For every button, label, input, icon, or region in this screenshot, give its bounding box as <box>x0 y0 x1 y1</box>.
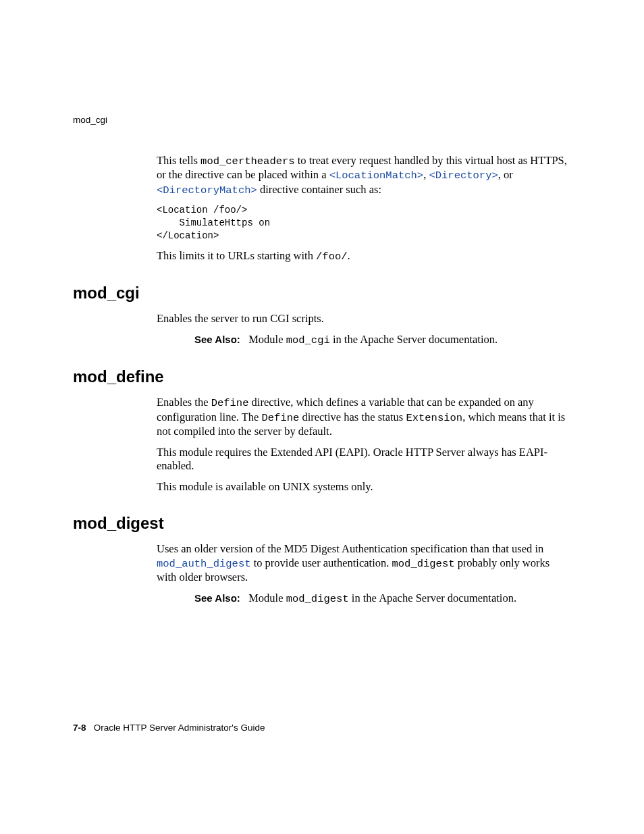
text-fragment: This limits it to URLs starting with <box>157 249 316 262</box>
page-footer: 7-8 Oracle HTTP Server Administrator's G… <box>73 723 265 733</box>
page: mod_cgi This tells mod_certheaders to tr… <box>0 0 644 834</box>
content-area: This tells mod_certheaders to treat ever… <box>73 154 570 606</box>
text-fragment: Module <box>248 333 286 346</box>
page-number: 7-8 <box>73 723 86 733</box>
code-inline: mod_cgi <box>286 334 330 346</box>
code-inline: /foo/ <box>316 251 348 263</box>
text-fragment: . <box>348 249 350 262</box>
text-fragment: in the Apache Server documentation. <box>349 592 516 604</box>
heading-mod-define: mod_define <box>73 367 570 386</box>
text-fragment: Uses an older version of the MD5 Digest … <box>157 542 543 555</box>
text-fragment: directive container such as: <box>257 183 381 196</box>
intro-paragraph-1: This tells mod_certheaders to treat ever… <box>157 154 570 197</box>
code-inline: Extension <box>406 412 462 424</box>
intro-block: This tells mod_certheaders to treat ever… <box>157 154 570 263</box>
mod-define-paragraph-3: This module is available on UNIX systems… <box>157 480 570 494</box>
code-inline: mod_digest <box>286 593 349 605</box>
text-fragment: Enables the <box>157 396 211 409</box>
link-directorymatch[interactable]: <DirectoryMatch> <box>157 184 257 197</box>
mod-cgi-block: Enables the server to run CGI scripts. S… <box>157 312 570 347</box>
heading-mod-digest: mod_digest <box>73 514 570 533</box>
see-also-label: See Also: <box>194 334 240 345</box>
mod-define-paragraph-1: Enables the Define directive, which defi… <box>157 396 570 438</box>
see-also-mod-cgi: See Also: Module mod_cgi in the Apache S… <box>194 333 570 347</box>
code-inline: Define <box>211 397 249 409</box>
see-also-mod-digest: See Also: Module mod_digest in the Apach… <box>194 592 570 606</box>
mod-digest-block: Uses an older version of the MD5 Digest … <box>157 542 570 606</box>
footer-title: Oracle HTTP Server Administrator's Guide <box>94 723 265 733</box>
intro-paragraph-2: This limits it to URLs starting with /fo… <box>157 249 570 263</box>
heading-mod-cgi: mod_cgi <box>73 284 570 303</box>
mod-cgi-paragraph: Enables the server to run CGI scripts. <box>157 312 570 326</box>
text-fragment: directive has the status <box>299 411 406 423</box>
running-header: mod_cgi <box>73 115 107 125</box>
code-inline: mod_certheaders <box>200 155 295 167</box>
link-locationmatch[interactable]: <LocationMatch> <box>329 170 424 182</box>
code-block: <Location /foo/> SimulateHttps on </Loca… <box>157 204 570 242</box>
mod-define-paragraph-2: This module requires the Extended API (E… <box>157 446 570 473</box>
text-fragment: in the Apache Server documentation. <box>330 333 498 346</box>
mod-define-block: Enables the Define directive, which defi… <box>157 396 570 494</box>
code-inline: mod_digest <box>392 558 454 570</box>
text-fragment: Module <box>248 592 286 604</box>
link-directory[interactable]: <Directory> <box>429 170 498 182</box>
code-inline: Define <box>262 412 300 424</box>
mod-digest-paragraph-1: Uses an older version of the MD5 Digest … <box>157 542 570 585</box>
text-fragment: This tells <box>157 154 200 167</box>
text-fragment: to provide user authentication. <box>251 556 392 569</box>
text-fragment: , or <box>498 168 513 181</box>
running-header-text: mod_cgi <box>73 115 107 125</box>
link-mod-auth-digest[interactable]: mod_auth_digest <box>157 558 251 570</box>
see-also-label: See Also: <box>194 592 240 604</box>
